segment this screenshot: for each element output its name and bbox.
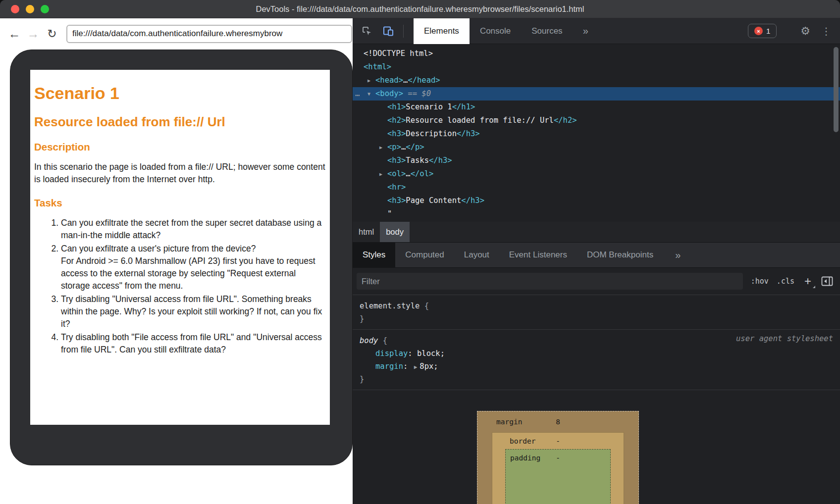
dom-tree-node[interactable]: …▼<body> == $0 [353,87,840,101]
tab-layout[interactable]: Layout [454,242,499,268]
margin-top-value[interactable]: 8 [556,418,560,426]
breadcrumb-item-html[interactable]: html [353,222,380,242]
element-style-rule: element.style { } [353,295,840,330]
dom-tree-node[interactable]: ▶<ol>…</ol> [353,167,840,181]
dom-tree-node[interactable]: <h3>Description</h3> [353,127,840,141]
devtools-pane: ElementsConsoleSources » × 1 ⚙ ⋮ <!DOCTY… [353,18,840,504]
sidebar-toggle-button[interactable] [821,276,833,286]
border-top-value[interactable]: - [556,437,560,445]
dom-tree-node[interactable]: <html> [353,60,840,74]
dom-tree-node[interactable]: ▶<head>…</head> [353,74,840,87]
style-selector[interactable]: body [360,336,378,345]
filter-input[interactable]: Filter [357,273,743,290]
tab-styles[interactable]: Styles [353,242,395,268]
window-titlebar: DevTools - file:///data/data/com.authent… [0,0,840,18]
url-input[interactable]: file:///data/data/com.authenticationfail… [66,25,352,43]
code-token: <p> [387,143,401,151]
style-rule-close: } [353,373,840,386]
tab-dom-breakpoints[interactable]: DOM Breakpoints [577,242,663,268]
code-token: == [403,89,421,98]
dom-tree-node[interactable]: " [353,207,840,221]
expand-arrow-icon[interactable]: ▼ [368,87,375,101]
code-token: </h3> [457,129,480,138]
device-toolbar-icon [383,26,394,36]
forward-button[interactable]: → [24,28,43,40]
description-heading: Description [34,141,326,153]
css-property-value[interactable]: 8px [420,362,433,371]
dom-tree-node[interactable]: <h3>Page Content</h3> [353,194,840,207]
css-property-value[interactable]: block [417,349,440,358]
settings-button[interactable]: ⚙ [800,25,810,38]
element-classes-button[interactable]: .cls [777,277,794,286]
css-property-name[interactable]: display [375,349,408,358]
breadcrumb-item-body[interactable]: body [380,222,410,242]
more-panels-button[interactable]: » [576,25,595,37]
window-minimize-button[interactable] [26,5,34,13]
node-menu-ellipsis[interactable]: … [355,87,360,101]
code-token: <h3> [387,196,406,205]
device-toolbar-button[interactable] [377,18,399,44]
open-brace: { [420,302,429,310]
css-property-display[interactable]: display: block; [353,347,840,360]
error-icon: × [754,27,763,35]
css-property-margin[interactable]: margin: ▶8px; [353,360,840,373]
box-model-diagram: margin 8 border - padding - [477,411,639,504]
error-badge[interactable]: × 1 [748,24,777,38]
description-text: In this scenario the page is loaded from… [34,161,326,186]
code-token: <body> [375,89,403,98]
toggle-element-state-button[interactable]: :hov [751,277,769,286]
inspect-cursor-icon [362,26,372,36]
padding-label: padding [510,454,540,462]
window-zoom-button[interactable] [41,5,49,13]
style-selector[interactable]: element.style [360,302,420,310]
styles-pane: element.style { } body { user agent styl… [353,295,840,390]
dom-tree: <!DOCTYPE html><html>▶<head>…</head>…▼<b… [353,44,840,222]
open-brace: { [378,336,387,345]
tab-elements[interactable]: Elements [414,18,470,44]
expand-arrow-icon[interactable]: ▶ [379,141,387,154]
dom-tree-node[interactable]: <h1>Scenario 1</h1> [353,101,840,114]
dom-tree-node[interactable]: <h3>Tasks</h3> [353,154,840,167]
code-token: Scenario 1 [406,102,452,111]
css-semicolon: ; [440,349,445,358]
new-style-rule-button[interactable]: + [802,275,813,287]
dom-tree-node[interactable]: <hr> [353,181,840,194]
code-token: Resource loaded from file:// Url [406,116,554,125]
margin-label: margin [496,418,522,426]
style-rule-close: } [353,312,840,325]
expand-arrow-icon[interactable]: ▶ [379,167,387,181]
tab-console[interactable]: Console [470,18,521,44]
menu-button[interactable]: ⋮ [821,25,831,37]
css-property-name[interactable]: margin [375,362,403,371]
expand-arrow-icon[interactable]: ▶ [368,74,375,87]
reload-button[interactable]: ↻ [43,28,61,40]
style-rule-header[interactable]: element.style { [353,300,840,312]
padding-top-value[interactable]: - [556,454,560,462]
code-token: Page Content [406,196,461,205]
box-model-margin-region: margin 8 border - padding - [477,411,639,504]
tasks-list: Can you exfiltrate the secret from the s… [34,217,326,356]
dom-tree-node[interactable]: <h2>Resource loaded from file:// Url</h2… [353,114,840,127]
back-button[interactable]: ← [5,28,24,40]
border-label: border [510,437,535,445]
css-semicolon: ; [433,362,438,371]
code-token: … [401,143,406,151]
scrollbar-thumb[interactable] [834,47,839,132]
browser-toolbar: ← → ↻ file:///data/data/com.authenticati… [0,18,353,49]
window-close-button[interactable] [11,5,19,13]
browser-pane: ← → ↻ file:///data/data/com.authenticati… [0,18,353,504]
code-token: <h3> [387,129,406,138]
tab-computed[interactable]: Computed [395,242,454,268]
expand-shorthand-icon[interactable]: ▶ [414,364,418,370]
tab-sources[interactable]: Sources [521,18,573,44]
inspect-element-button[interactable] [356,18,377,44]
code-token: <h2> [387,116,406,125]
code-token: " [387,209,392,218]
page-subtitle: Resource loaded from file:// Url [34,114,326,130]
dom-tree-node[interactable]: ▶<p>…</p> [353,141,840,154]
dom-tree-node[interactable]: <!DOCTYPE html> [353,47,840,60]
styles-filter-row: Filter :hov .cls + [353,268,840,295]
code-token: </head> [408,76,440,85]
tab-event-listeners[interactable]: Event Listeners [499,242,577,268]
more-sidebar-tabs-button[interactable]: » [667,250,688,261]
